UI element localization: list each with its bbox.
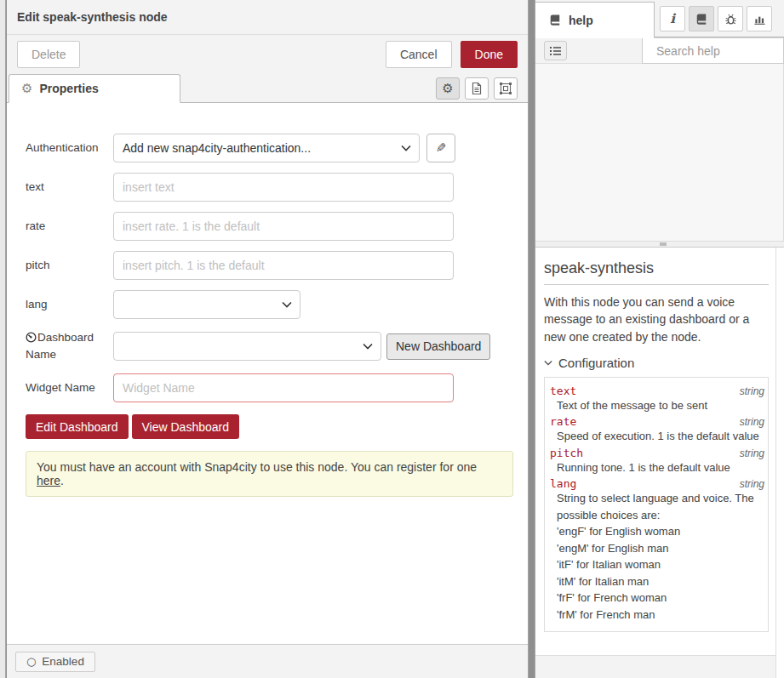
property-description: String to select language and voice. The… (550, 490, 764, 623)
node-appearance-button[interactable] (494, 77, 518, 100)
configuration-section-toggle[interactable]: Configuration (544, 356, 769, 370)
done-button[interactable]: Done (461, 41, 518, 68)
info-icon: i (670, 11, 675, 26)
property-type: string (740, 447, 764, 459)
lang-row: lang (26, 290, 511, 319)
configuration-section-label: Configuration (558, 356, 634, 370)
property-name: text (550, 385, 576, 397)
document-icon (470, 82, 484, 95)
pitch-row: pitch (26, 251, 511, 280)
widget-name-label: Widget Name (26, 379, 113, 396)
widget-name-input[interactable] (113, 373, 454, 402)
sidebar-tab-buttons: i (660, 6, 772, 31)
help-splitter[interactable] (535, 241, 784, 248)
toc-button[interactable] (544, 41, 567, 60)
node-description-button[interactable] (465, 77, 489, 100)
tray-header: Edit speak-synthesis node (7, 0, 528, 35)
tab-properties-label: Properties (39, 82, 98, 95)
chevron-down-icon (282, 301, 292, 308)
tray-toolbar: Delete Cancel Done (7, 35, 528, 74)
text-label: text (26, 179, 113, 196)
chart-tab-button[interactable] (747, 6, 772, 31)
tray-tab-bar: ⚙ Properties ⚙ (7, 74, 528, 103)
sidebar-tab-bar: help i (535, 0, 784, 37)
help-property: rate string Speed of execution. 1 is the… (550, 415, 764, 445)
help-footer (535, 655, 775, 678)
pitch-label: pitch (26, 257, 113, 274)
object-group-icon (499, 82, 512, 95)
help-sidebar: help i speak (535, 0, 784, 678)
edit-config-node-button[interactable]: ✎ (426, 134, 455, 162)
property-type: string (740, 385, 764, 397)
scrollbar[interactable] (775, 248, 784, 678)
gear-icon: ⚙ (442, 81, 453, 96)
tab-properties[interactable]: ⚙ Properties (9, 74, 180, 103)
tray-title: Edit speak-synthesis node (17, 10, 168, 24)
authentication-select-value: Add new snap4city-authentication... (123, 141, 311, 155)
dashboard-name-select[interactable] (113, 332, 381, 361)
help-property: text string Text of the message to be se… (550, 385, 764, 414)
property-type: string (740, 416, 764, 428)
help-property: lang string String to select language an… (550, 477, 764, 623)
enabled-label: Enabled (42, 655, 84, 668)
help-node-title: speak-synthesis (544, 259, 769, 285)
book-icon (549, 14, 561, 26)
text-row: text (26, 173, 511, 202)
node-edit-form: Authentication Add new snap4city-authent… (7, 103, 528, 644)
edit-node-tray: Edit speak-synthesis node Delete Cancel … (7, 0, 529, 678)
property-name: lang (550, 477, 576, 490)
help-search-input[interactable] (656, 44, 784, 58)
view-dashboard-button[interactable]: View Dashboard (132, 414, 239, 439)
authentication-select[interactable]: Add new snap4city-authentication... (113, 134, 420, 162)
node-settings-button[interactable]: ⚙ (436, 77, 460, 100)
bug-icon (724, 13, 737, 26)
splitter-handle-icon (660, 242, 667, 246)
book-icon (695, 13, 707, 26)
edit-dashboard-button[interactable]: Edit Dashboard (26, 414, 129, 439)
help-node-description: With this node you can send a voice mess… (544, 293, 769, 345)
new-dashboard-button[interactable]: New Dashboard (386, 333, 490, 360)
authentication-label: Authentication (26, 140, 113, 157)
pencil-icon: ✎ (436, 140, 447, 156)
property-description: Speed of execution. 1 is the default val… (550, 428, 764, 445)
workspace-edge (0, 0, 6, 678)
register-link[interactable]: here (37, 474, 60, 487)
text-input[interactable] (113, 173, 454, 202)
property-name: rate (550, 415, 576, 428)
help-tab-button[interactable] (689, 6, 714, 31)
authentication-row: Authentication Add new snap4city-authent… (26, 134, 511, 162)
rate-label: rate (26, 218, 113, 235)
dashboard-icon (26, 332, 37, 343)
rate-input[interactable] (113, 212, 454, 241)
lang-select[interactable] (113, 290, 300, 319)
dashboard-name-label: Dashboard Name (26, 329, 113, 363)
widget-name-row: Widget Name (26, 373, 511, 402)
pitch-input[interactable] (113, 251, 454, 280)
help-toolbar (535, 37, 784, 64)
help-topic-tree[interactable] (535, 64, 784, 241)
debug-tab-button[interactable] (718, 6, 743, 31)
chevron-down-icon (363, 343, 373, 350)
property-name: pitch (550, 447, 583, 459)
help-document-body: speak-synthesis With this node you can s… (535, 248, 775, 678)
gear-icon: ⚙ (21, 81, 32, 96)
cancel-button[interactable]: Cancel (386, 41, 452, 68)
circle-icon: ○ (26, 655, 36, 668)
help-property: pitch string Running tone. 1 is the defa… (550, 447, 764, 476)
tab-help-label: help (569, 14, 593, 27)
rate-row: rate (26, 212, 511, 241)
chevron-down-icon (401, 145, 411, 151)
bar-chart-icon (753, 13, 766, 26)
dashboard-actions: Edit Dashboard View Dashboard (26, 414, 511, 439)
lang-label: lang (26, 296, 113, 313)
info-tab-button[interactable]: i (660, 6, 685, 31)
delete-button[interactable]: Delete (17, 41, 80, 68)
dashboard-name-row: Dashboard Name New Dashboard (26, 329, 511, 363)
tray-footer: ○ Enabled (7, 644, 528, 678)
list-icon (550, 46, 562, 56)
chevron-down-icon (544, 360, 552, 366)
node-enabled-toggle[interactable]: ○ Enabled (15, 652, 95, 672)
tab-help[interactable]: help (535, 2, 655, 38)
help-search (642, 37, 784, 64)
help-document: speak-synthesis With this node you can s… (535, 248, 784, 678)
